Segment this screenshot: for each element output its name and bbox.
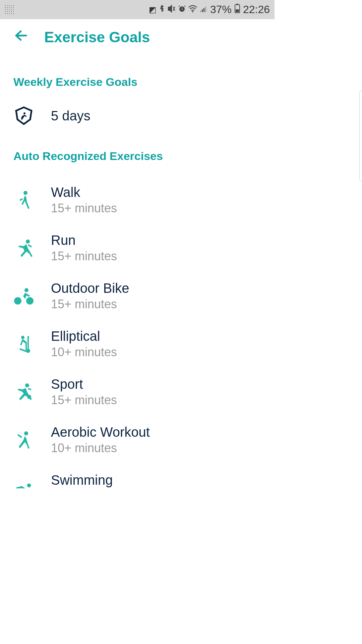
exercise-row-walk[interactable]: Walk 15+ minutes: [13, 176, 261, 224]
exercise-name: Run: [51, 233, 117, 248]
svg-rect-2: [200, 11, 201, 12]
swimming-icon: [13, 478, 34, 489]
exercise-row-bike[interactable]: Outdoor Bike 15+ minutes: [13, 272, 261, 320]
walk-icon: [13, 190, 34, 211]
svg-point-12: [14, 297, 21, 305]
auto-recognized-header: Auto Recognized Exercises: [13, 150, 261, 163]
svg-point-14: [24, 288, 28, 292]
exercise-duration: 15+ minutes: [51, 297, 129, 311]
wifi-icon: [188, 5, 197, 15]
bike-icon: [13, 286, 34, 307]
exercise-row-sport[interactable]: Sport 15+ minutes: [13, 368, 261, 416]
fitbit-icon: [5, 5, 14, 14]
svg-point-21: [27, 483, 31, 487]
svg-point-1: [192, 11, 193, 12]
svg-point-19: [27, 395, 31, 399]
exercise-name: Aerobic Workout: [51, 425, 150, 440]
weekly-goal-row[interactable]: 5 days: [13, 102, 261, 129]
exercise-row-swimming[interactable]: Swimming 10+ minutes: [13, 464, 261, 488]
exercise-name: Walk: [51, 185, 117, 200]
svg-point-15: [21, 336, 24, 339]
exercise-name: Sport: [51, 377, 117, 392]
sport-icon: [13, 382, 34, 402]
exercise-row-aerobic[interactable]: Aerobic Workout 10+ minutes: [13, 416, 261, 464]
signal-icon: [199, 5, 207, 15]
battery-percent: 37%: [210, 3, 232, 16]
exercise-duration: 15+ minutes: [51, 201, 117, 215]
svg-point-10: [23, 191, 27, 195]
exercise-duration: 10+ minutes: [51, 345, 117, 359]
status-icons: ◩: [149, 4, 207, 15]
mute-vibrate-icon: [167, 4, 176, 15]
svg-rect-5: [205, 7, 206, 12]
exercise-name: Swimming: [51, 473, 117, 488]
svg-rect-8: [236, 9, 239, 12]
svg-rect-3: [202, 9, 203, 12]
battery-icon: [234, 3, 240, 16]
elliptical-icon: [13, 334, 34, 355]
exercise-name: Elliptical: [51, 329, 117, 344]
exercise-duration: 15+ minutes: [51, 249, 117, 263]
clock-time: 22:26: [243, 3, 270, 16]
exercise-duration: 10+ minutes: [51, 441, 150, 455]
shield-icon: [13, 105, 34, 126]
weekly-goal-value: 5 days: [51, 108, 90, 123]
notification-icon: ◩: [149, 5, 157, 14]
header: Exercise Goals: [0, 19, 275, 55]
svg-rect-16: [27, 336, 29, 351]
status-bar: ◩ 37% 22:26: [0, 0, 275, 19]
svg-point-17: [26, 349, 30, 353]
svg-point-20: [24, 431, 28, 435]
exercise-duration: 15+ minutes: [51, 393, 117, 407]
status-right: ◩ 37% 22:26: [149, 3, 270, 16]
exercise-row-elliptical[interactable]: Elliptical 10+ minutes: [13, 320, 261, 368]
alarm-icon: [178, 5, 186, 15]
back-button[interactable]: [13, 29, 27, 46]
svg-rect-4: [203, 8, 204, 12]
page-title: Exercise Goals: [44, 29, 150, 46]
exercise-row-run[interactable]: Run 15+ minutes: [13, 224, 261, 272]
exercise-name: Outdoor Bike: [51, 281, 129, 296]
run-icon: [13, 238, 34, 259]
svg-point-18: [25, 383, 29, 387]
svg-point-9: [23, 112, 25, 114]
svg-point-13: [26, 297, 34, 305]
bluetooth-icon: [159, 4, 165, 15]
svg-rect-7: [236, 4, 238, 5]
weekly-goals-header: Weekly Exercise Goals: [13, 75, 261, 89]
status-left: [5, 5, 14, 14]
aerobic-icon: [13, 430, 34, 450]
svg-point-11: [26, 239, 30, 244]
